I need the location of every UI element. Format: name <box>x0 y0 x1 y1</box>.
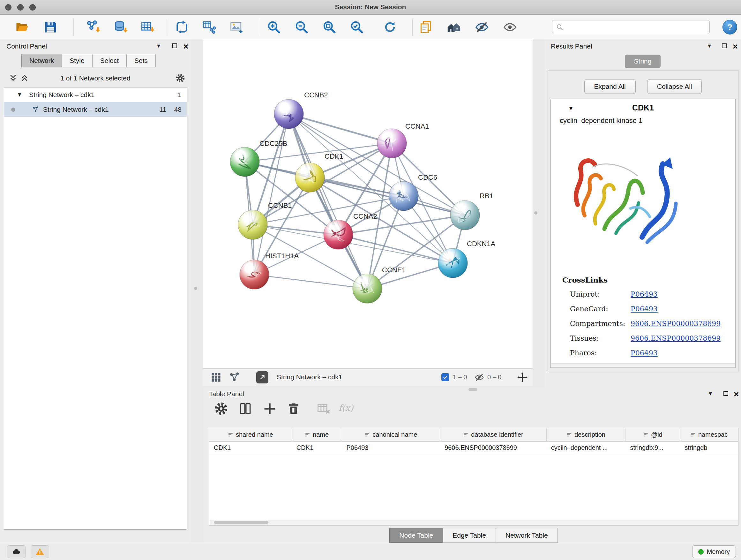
export-image-icon[interactable] <box>230 20 244 34</box>
results-panel-maximize-icon[interactable] <box>722 44 727 48</box>
delete-column-icon[interactable] <box>286 401 300 416</box>
birds-eye-view-icon[interactable] <box>210 372 222 383</box>
cloud-button[interactable] <box>7 545 25 558</box>
network-collection-row[interactable]: ▼ String Network – cdk1 1 <box>4 87 187 102</box>
table-options-gear-icon[interactable] <box>214 401 228 416</box>
tree-expand-icon[interactable]: ▼ <box>17 91 22 98</box>
expand-all-button[interactable]: Expand All <box>584 79 636 94</box>
control-panel-maximize-icon[interactable] <box>172 44 177 48</box>
current-network-indicator <box>11 108 15 112</box>
table-panel-maximize-icon[interactable] <box>724 391 728 396</box>
network-node-CDC6[interactable]: CDC6 <box>389 173 437 211</box>
control-panel-close-icon[interactable]: × <box>183 43 188 50</box>
network-edge[interactable] <box>254 114 289 274</box>
show-columns-icon[interactable] <box>239 401 253 416</box>
zoom-fit-icon[interactable] <box>322 20 336 34</box>
results-horizontal-scrollbar[interactable] <box>551 363 736 367</box>
warnings-button[interactable] <box>30 545 49 558</box>
network-share-icon[interactable] <box>229 372 240 383</box>
zoom-in-icon[interactable] <box>267 20 281 34</box>
table-header-cell[interactable]: database identifier <box>440 428 547 441</box>
table-header-cell[interactable]: description <box>547 428 626 441</box>
tab-edge-table[interactable]: Edge Table <box>443 528 496 543</box>
table-header-cell[interactable]: name <box>292 428 342 441</box>
home-networks-icon[interactable] <box>447 20 461 34</box>
table-header-cell[interactable]: canonical name <box>342 428 441 441</box>
network-node-CDKN1A[interactable]: CDKN1A <box>438 240 495 278</box>
column-sort-icon <box>566 432 572 437</box>
tab-sets[interactable]: Sets <box>126 54 156 67</box>
show-panel-eye-icon[interactable] <box>503 20 517 34</box>
copy-document-icon[interactable] <box>419 20 433 34</box>
new-network-icon[interactable] <box>175 20 189 34</box>
hide-panel-eye-icon[interactable] <box>475 20 489 34</box>
network-view: CCNB2CCNA1CDC25BCDK1CDC6RB1CCNB1CCNA2CDK… <box>203 39 533 386</box>
table-header-cell[interactable]: @id <box>625 428 680 441</box>
tab-node-table[interactable]: Node Table <box>389 528 443 543</box>
crosslink-link[interactable]: P06493 <box>630 349 658 357</box>
tab-string[interactable]: String <box>625 55 661 68</box>
zoom-selected-icon[interactable] <box>350 20 364 34</box>
export-network-button[interactable] <box>256 371 268 383</box>
network-node-CDK1[interactable]: CDK1 <box>295 152 343 192</box>
crosslink-link[interactable]: 9606.ENSP00000378699 <box>630 320 721 327</box>
help-button[interactable]: ? <box>723 20 737 35</box>
network-from-table-icon[interactable] <box>202 20 216 34</box>
save-session-icon[interactable] <box>44 20 57 34</box>
search-input[interactable] <box>566 23 705 31</box>
column-sort-icon <box>463 432 468 437</box>
collapse-all-button[interactable]: Collapse All <box>647 79 702 94</box>
tab-style[interactable]: Style <box>62 54 92 67</box>
pan-crosshair-icon[interactable] <box>517 372 528 383</box>
column-sort-icon <box>643 432 649 437</box>
table-header-cell[interactable]: namespac <box>680 428 738 441</box>
scrollbar-thumb[interactable] <box>214 521 268 524</box>
crosslink-link[interactable]: P06493 <box>630 305 658 313</box>
tab-network[interactable]: Network <box>21 54 62 67</box>
network-edge[interactable] <box>289 114 392 143</box>
import-network-file-icon[interactable] <box>86 20 100 34</box>
network-node-CCNA1[interactable]: CCNA1 <box>377 122 429 158</box>
tab-select[interactable]: Select <box>92 54 127 67</box>
network-tree: ▼ String Network – cdk1 1 String Network… <box>4 87 187 530</box>
add-column-icon[interactable] <box>263 401 277 416</box>
crosslink-link[interactable]: P06493 <box>630 290 658 298</box>
network-row[interactable]: String Network – cdk1 11 48 <box>4 102 187 117</box>
selected-checkbox-icon[interactable] <box>441 373 449 381</box>
bottom-splitter-handle[interactable] <box>468 388 477 391</box>
table-header-cell[interactable]: shared name <box>209 428 292 441</box>
network-node-RB1[interactable]: RB1 <box>450 192 493 230</box>
memory-button[interactable]: Memory <box>692 545 736 558</box>
network-node-CCNB1[interactable]: CCNB1 <box>238 201 292 240</box>
left-splitter-handle[interactable] <box>194 287 197 290</box>
results-panel-close-icon[interactable]: × <box>733 43 738 50</box>
tab-network-table[interactable]: Network Table <box>495 528 558 543</box>
import-network-database-icon[interactable] <box>114 20 128 34</box>
table-cell: cyclin–dependent ... <box>547 442 626 454</box>
right-splitter-handle[interactable] <box>534 211 537 214</box>
network-node-label: CDK1 <box>325 152 343 160</box>
network-canvas[interactable]: CCNB2CCNA1CDC25BCDK1CDC6RB1CCNB1CCNA2CDK… <box>203 39 533 368</box>
zoom-out-icon[interactable] <box>294 20 309 34</box>
network-edge[interactable] <box>289 114 367 289</box>
results-panel-float-icon[interactable]: ▾ <box>708 43 711 49</box>
network-node-label: CCNE1 <box>382 266 406 274</box>
network-node-HIST1H1A[interactable]: HIST1H1A <box>240 252 299 289</box>
cloud-icon <box>12 547 21 556</box>
table-panel-float-icon[interactable]: ▾ <box>709 390 712 396</box>
crosslink-label: Pharos: <box>570 349 597 357</box>
network-node-CCNE1[interactable]: CCNE1 <box>353 266 406 303</box>
open-session-icon[interactable] <box>15 20 29 34</box>
table-horizontal-scrollbar[interactable] <box>210 520 738 525</box>
table-row[interactable]: CDK1CDK1P064939606.ENSP00000378699cyclin… <box>209 442 738 454</box>
table-panel-close-icon[interactable]: × <box>734 391 739 398</box>
table-cell: P06493 <box>342 442 441 454</box>
apply-layout-icon[interactable] <box>383 20 397 34</box>
import-table-icon[interactable] <box>140 20 154 34</box>
network-node-label: CDC25B <box>259 139 287 147</box>
node-description: cyclin–dependent kinase 1 <box>560 117 643 125</box>
control-panel-float-icon[interactable]: ▾ <box>157 43 160 49</box>
crosslink-link[interactable]: 9606.ENSP00000378699 <box>630 334 721 342</box>
network-edge[interactable] <box>254 274 367 289</box>
network-options-gear-icon[interactable] <box>176 73 185 83</box>
